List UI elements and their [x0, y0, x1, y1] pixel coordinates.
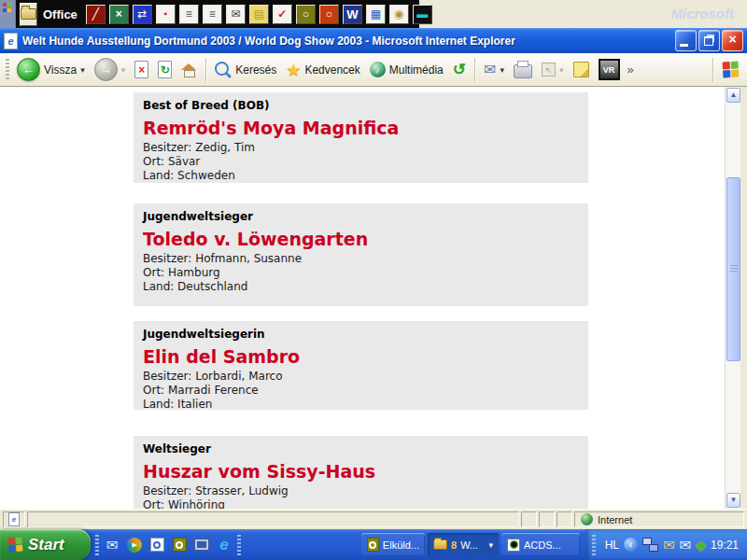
show-desktop-icon[interactable]: [193, 537, 210, 553]
task-button-group-windows[interactable]: 8 W... ▾: [428, 533, 499, 556]
vr-icon: VR: [599, 59, 620, 80]
quick-launch-grip[interactable]: [95, 535, 99, 555]
tasks-check-icon[interactable]: ✓: [273, 5, 292, 24]
yellow-note-icon: [573, 62, 589, 77]
hide-icons-chevron[interactable]: ‹: [624, 538, 638, 552]
office-folder-button[interactable]: [20, 3, 37, 26]
media-player-icon[interactable]: ▶: [126, 537, 143, 553]
office-bar-body: Office ╱ × ⇄ ▪ ≡ ≡ ✉ ▤ ✓ ○ ○ W ▦ ◉ ▬: [16, 0, 419, 28]
forward-dropdown-icon: ▾: [121, 65, 126, 75]
toolbar-overflow-chevron[interactable]: »: [627, 63, 634, 77]
back-button[interactable]: ← Vissza ▾: [12, 56, 90, 83]
new-mail-icon[interactable]: ✉: [680, 538, 692, 552]
window-frame-right: [740, 87, 747, 509]
folder-icon: [433, 539, 447, 550]
browser-viewport: Best of Breed (BOB) Remröd's Moya Magnif…: [0, 87, 725, 509]
mail-icon[interactable]: ✉: [226, 5, 246, 24]
status-panel: [539, 511, 555, 527]
contact-card-icon[interactable]: ≡: [179, 5, 199, 24]
task-clock-icon: [367, 538, 379, 552]
media-globe-icon: ♪: [370, 62, 386, 77]
award-category: Best of Breed (BOB): [143, 99, 579, 112]
close-button[interactable]: ×: [722, 30, 743, 51]
toolbar-grip[interactable]: [6, 59, 9, 81]
scheduler-icon[interactable]: [171, 537, 188, 553]
task-group-count: 8: [451, 539, 457, 551]
office-shortcut-bar: Office ╱ × ⇄ ▪ ≡ ≡ ✉ ▤ ✓ ○ ○ W ▦ ◉ ▬ Mic…: [0, 0, 747, 28]
media-button[interactable]: ♪ Multimédia: [365, 60, 448, 79]
internet-zone-label: Internet: [598, 514, 632, 525]
internet-zone-globe-icon: [581, 513, 593, 525]
status-bar: e Internet: [0, 509, 747, 529]
access-key-icon[interactable]: ╱: [86, 5, 106, 24]
task-group-dropdown-icon[interactable]: ▾: [488, 540, 493, 550]
display-monitor-icon[interactable]: ▬: [413, 5, 432, 24]
powerpoint-clock-icon[interactable]: ○: [319, 5, 339, 24]
time-app-icon[interactable]: [148, 537, 165, 553]
office-icons-row: ╱ × ⇄ ▪ ≡ ≡ ✉ ▤ ✓ ○ ○ W ▦ ◉ ▬: [86, 5, 432, 24]
restore-button[interactable]: [698, 30, 720, 51]
internet-explorer-icon[interactable]: e: [216, 537, 233, 553]
vr-plugin-button[interactable]: VR: [594, 57, 625, 82]
task-button-acdsee[interactable]: ACDS...: [501, 533, 580, 556]
print-button[interactable]: [509, 59, 537, 80]
vertical-scrollbar[interactable]: ▲ ▼: [725, 87, 740, 509]
refresh-icon: ↻: [158, 61, 172, 78]
country-line: Land: Italien: [143, 398, 579, 410]
back-dropdown-icon[interactable]: ▾: [80, 65, 85, 75]
result-entry-jugendweltsieger: Jugendweltsieger Toledo v. Löwengarten B…: [134, 203, 588, 306]
task-button-elkuldott[interactable]: Elküld...: [361, 533, 425, 556]
favorites-label: Kedvencek: [304, 63, 359, 77]
taskbar-grip[interactable]: [237, 535, 241, 555]
scroll-down-button[interactable]: ▼: [726, 493, 740, 508]
mail-notification-icon[interactable]: ✉: [663, 538, 675, 552]
journal-card-icon[interactable]: ≡: [203, 5, 222, 24]
dog-name: Elin del Sambro: [143, 346, 579, 367]
start-button[interactable]: Start: [0, 529, 91, 560]
scrollbar-thumb[interactable]: [726, 177, 740, 361]
scroll-up-button[interactable]: ▲: [726, 88, 740, 103]
outlook-express-icon[interactable]: ✉: [104, 537, 120, 553]
photo-editor-icon[interactable]: ▦: [366, 5, 386, 24]
title-bar[interactable]: e Welt Hunde Ausstellung Dortmund 2003 /…: [0, 28, 747, 53]
schedule-window-icon[interactable]: ▪: [156, 5, 176, 24]
mail-button[interactable]: ✉ ▾: [479, 61, 509, 79]
microsoft-watermark: Microsoft: [671, 6, 735, 21]
antivirus-diamond-icon[interactable]: ◆: [696, 539, 706, 552]
city-line: Ort: Marradi Ference: [143, 384, 579, 398]
tray-clock: 19:21: [711, 539, 739, 552]
result-entry-weltsieger: Weltsieger Huszar vom Sissy-Haus Besitze…: [134, 436, 588, 509]
search-button[interactable]: Keresés: [210, 60, 281, 80]
mail-dropdown-icon[interactable]: ▾: [500, 65, 504, 75]
page-status-icon: e: [8, 512, 20, 526]
history-button[interactable]: ↺: [448, 60, 471, 79]
city-line: Ort: Hamburg: [143, 266, 579, 280]
network-icon[interactable]: [642, 538, 658, 552]
office-bar-handle[interactable]: [0, 0, 16, 28]
favorites-star-icon: ★: [286, 62, 301, 78]
status-page-panel: e: [3, 511, 25, 527]
language-indicator[interactable]: HL: [605, 539, 619, 552]
notes-icon[interactable]: ▤: [249, 5, 269, 24]
dog-name: Remröd's Moya Magnifica: [143, 118, 579, 138]
status-panel: [521, 511, 537, 527]
home-button[interactable]: [176, 62, 202, 78]
messenger-note-button[interactable]: [569, 60, 594, 79]
office-bar-label: Office: [43, 7, 78, 21]
excel-icon[interactable]: ×: [109, 5, 129, 24]
windows-logo-throbber-icon: [723, 62, 740, 78]
sync-arrows-icon[interactable]: ⇄: [133, 5, 152, 24]
word-icon[interactable]: W: [343, 5, 362, 24]
forward-button[interactable]: → ▾: [90, 56, 131, 83]
schedule-clock-icon[interactable]: ○: [296, 5, 316, 24]
print-icon: [514, 64, 532, 78]
security-zone-panel: Internet: [574, 511, 744, 527]
clipart-globe-icon[interactable]: ◉: [389, 5, 409, 24]
favorites-button[interactable]: ★ Kedvencek: [281, 60, 365, 80]
ie-page-icon: e: [4, 33, 18, 49]
stop-button[interactable]: ×: [130, 59, 153, 80]
tray-grip[interactable]: [592, 535, 596, 555]
refresh-button[interactable]: ↻: [153, 59, 176, 80]
edit-button: ↖ ▾: [537, 61, 569, 78]
minimize-button[interactable]: [675, 30, 697, 51]
